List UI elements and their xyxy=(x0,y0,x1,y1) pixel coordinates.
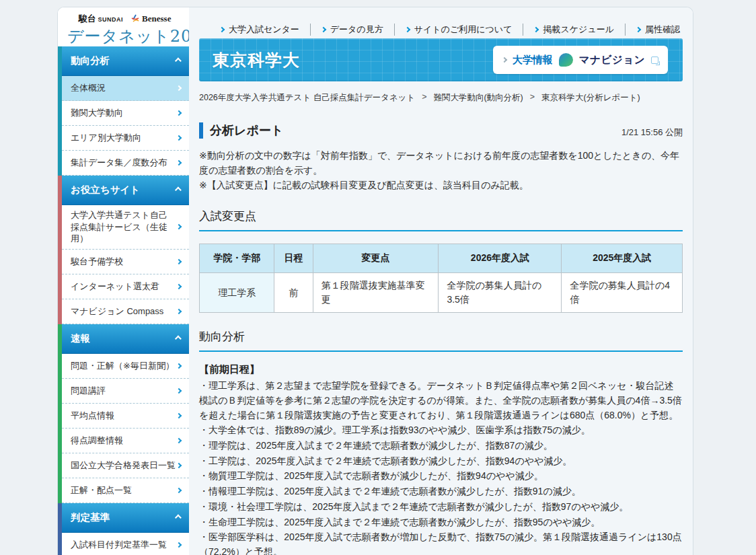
sidebar-header-oyakudachi[interactable]: お役立ちサイト xyxy=(62,176,189,205)
col-header-2026-nyushi: 2026年度入試 xyxy=(439,244,562,273)
university-info-label: 大学情報 xyxy=(513,54,553,67)
nav-daigaku-nyushi-center[interactable]: 大学入試センター xyxy=(209,24,311,36)
sidebar-header-label: 判定基準 xyxy=(71,511,110,524)
top-nav: 大学入試センター データの見方 サイトのご利用について 掲載スケジュール 属性確… xyxy=(199,7,683,38)
chevron-right-icon xyxy=(176,160,182,165)
sidebar-section-doukou: 動向分析 全体概況 難関大学動向 エリア別大学動向 集計データ集／度数分布 xyxy=(58,46,189,176)
chevron-right-icon xyxy=(176,387,182,393)
chevron-right-icon xyxy=(321,27,326,32)
breadcrumb-current: 東京科学大(分析レポート) xyxy=(541,92,640,104)
benesse-label: Benesse xyxy=(142,13,171,24)
nav-label: データの見方 xyxy=(330,24,383,36)
col-header-gakuin-gakubu: 学院・学部 xyxy=(200,244,274,273)
table-header-row: 学院・学部 日程 変更点 2026年度入試 2025年度入試 xyxy=(200,244,683,273)
sidebar-item-label: 正解・配点一覧 xyxy=(71,484,132,496)
sidebar-item-label: インターネット選太君 xyxy=(71,281,159,293)
trend-bullets: ・理工学系は、第２志望まで志望学院を登録できる。データネットＢ判定値得点率や第２… xyxy=(199,379,683,555)
sidebar-item-seikai-haiten[interactable]: 正解・配点一覧 xyxy=(62,478,189,503)
chevron-right-icon xyxy=(502,57,507,63)
breadcrumb-home[interactable]: 2026年度大学入学共通テスト 自己採点集計データネット xyxy=(199,92,415,104)
cell-henkouten: 第１段階選抜実施基準変更 xyxy=(313,273,439,313)
trend-bullet: ・医学部医学科は、2025年度入試で志願者数が増加した反動で、指数75の減少。第… xyxy=(199,530,683,555)
sidebar-header-hantei-kijun[interactable]: 判定基準 xyxy=(62,503,189,533)
sidebar-item-shukei-data[interactable]: 集計データ集／度数分布 xyxy=(62,151,189,176)
nav-keisai-schedule[interactable]: 掲載スケジュール xyxy=(523,24,626,36)
chevron-right-icon xyxy=(176,363,182,368)
sidebar-item-zentai-gaikyo[interactable]: 全体概況 xyxy=(62,76,189,101)
site-title: データネット2026 xyxy=(67,26,182,47)
nav-label: サイトのご利用について xyxy=(414,24,513,36)
title-accent-bar xyxy=(199,122,203,139)
breadcrumb-nankan-doukou[interactable]: 難関大学動向(動向分析) xyxy=(433,92,523,104)
manavision-label: マナビジョン xyxy=(579,53,645,67)
cell-2025: 全学院の募集人員計の4倍 xyxy=(562,273,683,313)
sidebar-header-label: 動向分析 xyxy=(71,54,110,67)
sidebar-section-sokuhou: 速報 問題・正解（※毎日新聞） 問題講評 平均点情報 得点調整情報 国公立大学合… xyxy=(58,324,189,503)
sidebar-item-nankan-daigaku[interactable]: 難関大学動向 xyxy=(62,101,189,126)
benesse-logo: Benesse xyxy=(130,13,171,24)
chevron-right-icon xyxy=(176,258,182,264)
chevron-right-icon xyxy=(176,487,182,492)
col-header-nittei: 日程 xyxy=(274,244,313,273)
sidebar-item-hantei-kijun-ichiran[interactable]: 入試科目付判定基準一覧 xyxy=(62,533,189,555)
benesse-icon xyxy=(130,14,141,24)
sidebar-item-jikosaiten-service[interactable]: 大学入学共通テスト自己採点集計サービス（生徒用） xyxy=(62,205,189,250)
breadcrumb-separator: > xyxy=(422,92,426,104)
sidebar-item-heikinten[interactable]: 平均点情報 xyxy=(62,404,189,429)
sidebar-header-sokuhou[interactable]: 速報 xyxy=(62,324,189,354)
chevron-right-icon xyxy=(176,110,182,116)
trend-bullet: ・環境・社会理工学院は、2025年度入試まで２年連続で志願者数が減少したが、指数… xyxy=(199,500,683,515)
trend-bullet: ・大学全体では、指数89の減少。理工学系は指数93のやや減少、医歯学系は指数75… xyxy=(199,423,683,438)
sidebar-header-doukou[interactable]: 動向分析 xyxy=(62,46,189,76)
sidebar-item-label: マナビジョン Compass xyxy=(71,305,163,318)
sidebar-item-manavision-compass[interactable]: マナビジョン Compass xyxy=(62,299,189,324)
sidebar-item-tokuten-chousei[interactable]: 得点調整情報 xyxy=(62,429,189,453)
nav-zokusei-kakunin[interactable]: 属性確認 xyxy=(626,24,683,36)
period-heading: 【前期日程】 xyxy=(199,363,683,376)
exam-changes-heading: 入試変更点 xyxy=(199,209,683,231)
university-name: 東京科学大 xyxy=(213,49,300,71)
chevron-right-icon xyxy=(636,27,641,32)
sidebar-header-label: お役立ちサイト xyxy=(71,184,140,196)
chevron-right-icon xyxy=(176,224,182,229)
sidebar-item-mondai-kouhyou[interactable]: 問題講評 xyxy=(62,379,189,404)
trend-bullet: ・理学院は、2025年度入試まで２年連続で志願者数が減少したが、指数87の減少。 xyxy=(199,439,683,453)
sidebar-item-label: 全体概況 xyxy=(71,82,106,94)
nav-data-no-mikata[interactable]: データの見方 xyxy=(311,24,395,36)
trend-analysis-heading: 動向分析 xyxy=(199,329,683,352)
exam-changes-table: 学院・学部 日程 変更点 2026年度入試 2025年度入試 理工学系 前 第１… xyxy=(199,244,683,313)
sidebar-item-sundai-yobiko[interactable]: 駿台予備学校 xyxy=(62,250,189,274)
nav-site-goriyou[interactable]: サイトのご利用について xyxy=(395,24,524,36)
trend-bullet: ・理工学系は、第２志望まで志望学院を登録できる。データネットＢ判定値得点率や第２… xyxy=(199,379,683,422)
sidebar-item-label: 問題・正解（※毎日新聞） xyxy=(71,360,174,372)
note-line: ※【入試変更点】に記載の試験科目変更及び配点変更は、該当科目のみ記載。 xyxy=(199,178,683,192)
breadcrumb: 2026年度大学入学共通テスト 自己採点集計データネット > 難関大学動向(動向… xyxy=(199,92,683,104)
chevron-right-icon xyxy=(176,85,182,91)
site-logo[interactable]: 駿台SUNDAI Benesse データネット2026 xyxy=(58,7,189,46)
chevron-right-icon xyxy=(533,27,539,32)
chevron-right-icon xyxy=(176,542,182,547)
sidebar-section-oyakudachi: お役立ちサイト 大学入学共通テスト自己採点集計サービス（生徒用） 駿台予備学校 … xyxy=(58,176,189,324)
sidebar: 駿台SUNDAI Benesse データネット2026 動向分析 全体概 xyxy=(58,7,189,555)
sidebar-item-area-betsu[interactable]: エリア別大学動向 xyxy=(62,126,189,151)
university-info-button[interactable]: 大学情報 マナビジョン xyxy=(493,46,668,74)
chevron-up-icon xyxy=(175,187,182,194)
chevron-right-icon xyxy=(219,27,225,32)
sidebar-section-hantei-kijun: 判定基準 入試科目付判定基準一覧 xyxy=(58,503,189,555)
sidebar-item-label: エリア別大学動向 xyxy=(71,132,141,144)
nav-label: 属性確認 xyxy=(645,24,680,36)
sidebar-item-goukaku-happyoubi[interactable]: 国公立大学合格発表日一覧 xyxy=(62,453,189,478)
note-line: ※動向分析の文中の数字は「対前年指数」で、データネットにおける前年度の志望者数を… xyxy=(199,148,683,178)
sidebar-item-internet-sentakun[interactable]: インターネット選太君 xyxy=(62,274,189,299)
trend-bullet: ・情報理工学院は、2025年度入試まで２年連続で志願者数が減少したが、指数91の… xyxy=(199,484,683,499)
main-content: 大学入試センター データの見方 サイトのご利用について 掲載スケジュール 属性確… xyxy=(189,7,693,555)
chevron-up-icon xyxy=(175,58,182,65)
sidebar-header-label: 速報 xyxy=(71,332,90,345)
sidebar-item-mondai-seikai[interactable]: 問題・正解（※毎日新聞） xyxy=(62,354,189,379)
chevron-up-icon xyxy=(175,335,182,342)
trend-bullet: ・物質理工学院は、2025年度入試で志願者数が減少したが、指数94のやや減少。 xyxy=(199,469,683,484)
university-banner: 東京科学大 大学情報 マナビジョン xyxy=(199,38,683,81)
page-container: 駿台SUNDAI Benesse データネット2026 動向分析 全体概 xyxy=(57,7,693,555)
trend-bullet: ・生命理工学院は、2025年度入試まで２年連続で志願者数が減少したが、指数95の… xyxy=(199,515,683,530)
external-link-icon xyxy=(651,57,658,64)
